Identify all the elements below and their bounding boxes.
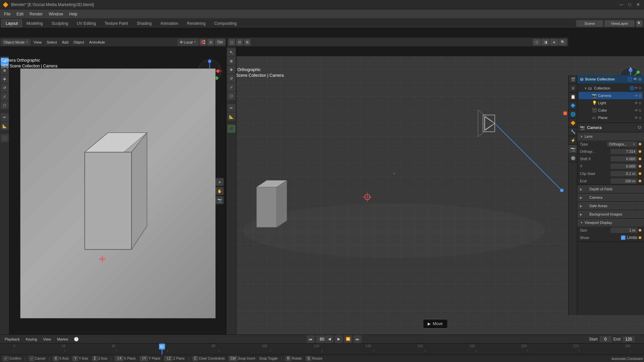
tab-material-props[interactable]: ⬤ [569, 154, 577, 162]
tab-world-props[interactable]: 🌐 [569, 110, 577, 119]
marker-menu[interactable]: Marker [55, 337, 70, 342]
plane-eye[interactable]: 👁 [635, 116, 638, 120]
cam-eye[interactable]: 👁 [635, 94, 638, 98]
tab-scene-props[interactable]: 🔷 [569, 101, 577, 110]
ml-annotate-btn[interactable]: ✏ [227, 104, 235, 112]
ml-cursor-btn[interactable]: ⊕ [227, 57, 235, 65]
playback-menu[interactable]: Playback [3, 337, 22, 342]
col-render[interactable]: ⊙ [639, 86, 641, 90]
search-viewport[interactable]: 🔍 [559, 39, 567, 46]
view-menu[interactable]: View [32, 40, 44, 45]
tab-animation[interactable]: Animation [156, 19, 182, 27]
col-check[interactable] [630, 86, 634, 90]
next-frame-btn[interactable]: ⏩ [344, 335, 352, 343]
animaide-menu[interactable]: AnimAide [87, 40, 107, 45]
add-menu[interactable]: Add [60, 40, 71, 45]
viewport-select-type[interactable]: ⊡ [236, 39, 243, 46]
scene-collection-visibility[interactable]: ⊙ [638, 77, 641, 81]
tree-plane[interactable]: ▭ Plane 👁 ⊙ [579, 114, 643, 121]
play-btn[interactable]: ▶ [335, 335, 343, 343]
xray-btn[interactable]: ◨ [541, 39, 549, 46]
viewport-display-header[interactable]: ▼ Viewport Display [577, 219, 644, 227]
cube-eye[interactable]: 👁 [635, 109, 638, 112]
start-frame[interactable]: 0 [600, 336, 611, 342]
menu-window[interactable]: Window [46, 11, 66, 17]
maximize-button[interactable]: □ [627, 2, 632, 7]
viewport-shading[interactable]: ● [550, 39, 558, 46]
tab-layout[interactable]: Layout [1, 19, 22, 27]
jump-end-btn[interactable]: ⏭ [354, 335, 362, 343]
menu-edit[interactable]: Edit [14, 11, 26, 17]
viewlayer-selector[interactable]: ViewLayer [604, 20, 635, 27]
viewport-mode-btn[interactable]: ◻ [228, 39, 235, 46]
cam-render[interactable]: ⊙ [639, 94, 641, 98]
tab-output-props[interactable]: 🖥 [569, 84, 577, 93]
tab-compositing[interactable]: Compositing [210, 19, 241, 27]
rotate-tool-btn[interactable]: ↺ [1, 84, 9, 92]
tab-view-layer-props[interactable]: 📋 [569, 93, 577, 101]
light-eye[interactable]: 👁 [635, 101, 638, 105]
plane-render[interactable]: ⊙ [639, 116, 641, 120]
zoom-in-btn[interactable]: + [216, 178, 224, 186]
lens-options[interactable]: ⋯ [638, 135, 641, 138]
add-cube-btn[interactable]: ⬛ [1, 134, 9, 142]
jump-start-btn[interactable]: ⏮ [307, 335, 315, 343]
transform-tool-btn[interactable]: ⬡ [1, 101, 9, 109]
menu-render[interactable]: Render [27, 11, 45, 17]
timeline-track[interactable]: 0 20 40 60 80 100 120 140 160 180 200 22… [0, 344, 644, 355]
bg-images-header[interactable]: ▶ Background Images ⋯ [577, 210, 644, 218]
vp-size-value[interactable]: 1 m [610, 228, 637, 233]
pivot-select[interactable]: ⊕ Local ▼ [177, 39, 199, 46]
ml-add-btn[interactable]: ⬛ [227, 125, 235, 133]
cam-section-opts[interactable]: ⋯ [638, 196, 641, 199]
select-tool-btn[interactable]: ↖ [1, 58, 9, 66]
clip-start-value[interactable]: 0.1 m [610, 171, 637, 176]
ortho-scale-value[interactable]: 7.314 [610, 149, 637, 154]
dof-options[interactable]: ⋯ [638, 187, 641, 191]
shift-y-value[interactable]: 0.000 [610, 164, 637, 169]
select-menu[interactable]: Select [45, 40, 59, 45]
close-button[interactable]: ✕ [635, 2, 641, 7]
annotate-btn[interactable]: ✏ [1, 113, 9, 121]
view-menu-tl[interactable]: View [41, 337, 53, 342]
tab-modeling[interactable]: Modeling [22, 19, 47, 27]
bg-images-opts[interactable]: ⋯ [638, 213, 641, 216]
ml-rotate-btn[interactable]: ↺ [227, 74, 235, 82]
move-tool-btn[interactable]: ✥ [1, 75, 9, 83]
safe-areas-header[interactable]: ▶ Safe Areas ⋯ [577, 202, 644, 210]
tab-sculpting[interactable]: Sculpting [47, 19, 72, 27]
viewport-tools[interactable]: ⊞ [244, 39, 251, 46]
ml-transform-btn[interactable]: ⬡ [227, 92, 235, 100]
cursor-tool-btn[interactable]: ⊕ [1, 66, 9, 74]
pan-btn[interactable]: ✋ [216, 187, 224, 195]
ml-select-btn[interactable]: ↖ [227, 48, 235, 56]
proportional-edit[interactable]: ◎ [207, 39, 214, 46]
lens-section-header[interactable]: ▼ Lens ⋯ [577, 132, 644, 140]
keying-menu[interactable]: Keying [24, 337, 39, 342]
ml-move-btn[interactable]: ✥ [227, 66, 235, 74]
cube-render[interactable]: ⊙ [639, 109, 641, 112]
tree-cube[interactable]: ⬛ Cube 👁 ⊙ [579, 107, 643, 114]
clip-end-value[interactable]: 100 m [610, 178, 637, 184]
scene-collection-check[interactable] [628, 77, 632, 81]
tab-particles-props[interactable]: ⚡ [569, 136, 577, 145]
camera-section-header[interactable]: ▶ Camera ⋯ [577, 193, 644, 201]
light-render[interactable]: ⊙ [639, 101, 641, 105]
scene-selector[interactable]: Scene [576, 20, 603, 27]
tab-texture-paint[interactable]: Texture Paint [100, 19, 132, 27]
limits-toggle[interactable]: ✓ [621, 235, 626, 240]
tree-camera[interactable]: 📷 Camera 👁 ⊙ [579, 92, 643, 99]
type-dropdown[interactable]: Orthogra... ▼ [607, 141, 637, 147]
snap-toggle[interactable]: 🧲 [200, 39, 206, 46]
frame-number[interactable]: 60 [316, 336, 328, 342]
safe-areas-opts[interactable]: ⋯ [638, 204, 641, 208]
object-mode-select[interactable]: Object Mode ▼ [1, 39, 31, 45]
shift-x-value[interactable]: 0.000 [610, 156, 637, 162]
tab-rendering[interactable]: Rendering [182, 19, 210, 27]
measure-btn[interactable]: 📐 [1, 122, 9, 130]
menu-help[interactable]: Help [66, 11, 80, 17]
tab-uv-editing[interactable]: UV Editing [72, 19, 100, 27]
camera-render-area[interactable] [20, 68, 216, 318]
tab-render-props[interactable]: 🎬 [569, 75, 577, 84]
camera-nav-btn[interactable]: 📷 [216, 196, 224, 204]
